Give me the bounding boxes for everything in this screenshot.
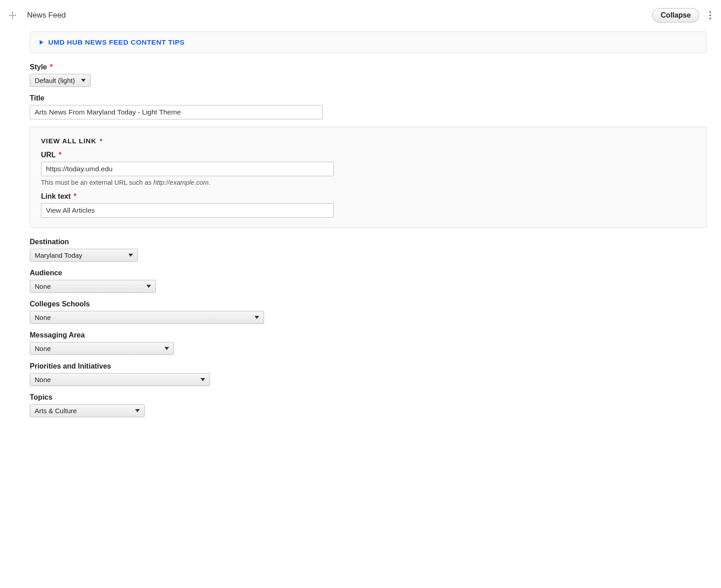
chevron-down-icon — [128, 254, 133, 257]
more-options-icon[interactable] — [707, 9, 713, 21]
chevron-down-icon — [146, 285, 151, 288]
section-title: News Feed — [27, 11, 652, 20]
title-input[interactable] — [30, 105, 323, 119]
chevron-down-icon — [164, 347, 169, 350]
topics-label: Topics — [30, 393, 707, 401]
colleges-schools-select[interactable]: None — [30, 311, 264, 324]
style-label: Style * — [30, 63, 707, 71]
view-all-legend: VIEW ALL LINK * — [41, 137, 695, 145]
url-help-text: This must be an external URL such as htt… — [41, 179, 695, 186]
destination-select[interactable]: Maryland Today — [30, 249, 138, 262]
link-text-label: Link text * — [41, 192, 695, 201]
caret-right-icon — [39, 40, 44, 45]
content-tips-toggle[interactable]: UMD HUB NEWS FEED CONTENT TIPS — [30, 32, 707, 53]
collapse-button[interactable]: Collapse — [652, 8, 699, 23]
chevron-down-icon — [201, 378, 205, 381]
content-tips-label: UMD HUB NEWS FEED CONTENT TIPS — [48, 38, 185, 46]
title-label: Title — [30, 94, 707, 102]
link-text-input[interactable] — [41, 203, 334, 218]
url-input[interactable] — [41, 162, 334, 176]
priorities-label: Priorities and Initiatives — [30, 362, 707, 370]
audience-select[interactable]: None — [30, 280, 156, 293]
audience-label: Audience — [30, 269, 707, 277]
chevron-down-icon — [255, 316, 259, 319]
view-all-link-fieldset: VIEW ALL LINK * URL * This must be an ex… — [30, 127, 707, 228]
destination-label: Destination — [30, 238, 707, 246]
messaging-area-select[interactable]: None — [30, 342, 174, 355]
messaging-area-label: Messaging Area — [30, 331, 707, 339]
chevron-down-icon — [135, 409, 140, 412]
topics-select[interactable]: Arts & Culture — [30, 404, 145, 417]
drag-handle-icon[interactable] — [8, 11, 17, 20]
priorities-select[interactable]: None — [30, 373, 210, 386]
style-select[interactable]: Default (light) — [30, 74, 91, 87]
url-label: URL * — [41, 151, 695, 159]
colleges-schools-label: Colleges Schools — [30, 300, 707, 308]
chevron-down-icon — [81, 79, 86, 82]
